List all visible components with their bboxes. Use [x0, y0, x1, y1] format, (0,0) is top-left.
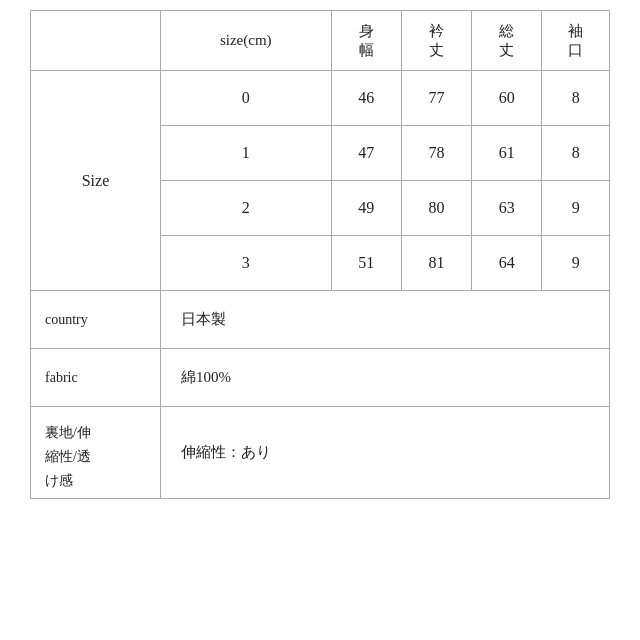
fabric-label: fabric	[31, 349, 161, 407]
lining-label: 裏地/伸縮性/透け感	[31, 407, 161, 499]
row3-col3: 64	[472, 236, 542, 291]
row2-col2: 80	[401, 181, 471, 236]
header-size-cm: size(cm)	[161, 11, 332, 71]
row3-col4: 9	[542, 236, 610, 291]
fabric-row: fabric 綿100%	[31, 349, 610, 407]
lining-value: 伸縮性：あり	[161, 407, 610, 499]
row0-col1: 46	[331, 71, 401, 126]
size-2: 2	[161, 181, 332, 236]
row0-col4: 8	[542, 71, 610, 126]
row3-col2: 81	[401, 236, 471, 291]
header-empty	[31, 11, 161, 71]
fabric-value: 綿100%	[161, 349, 610, 407]
header-col3: 総丈	[472, 11, 542, 71]
row3-col1: 51	[331, 236, 401, 291]
country-label: country	[31, 291, 161, 349]
size-table-wrapper: size(cm) 身幅 衿丈 総丈 袖口 Size 0 46 77 60 8 1…	[30, 10, 610, 499]
size-1: 1	[161, 126, 332, 181]
header-col4: 袖口	[542, 11, 610, 71]
row2-col1: 49	[331, 181, 401, 236]
row1-col1: 47	[331, 126, 401, 181]
table-header-row: size(cm) 身幅 衿丈 総丈 袖口	[31, 11, 610, 71]
country-row: country 日本製	[31, 291, 610, 349]
header-col1: 身幅	[331, 11, 401, 71]
country-value: 日本製	[161, 291, 610, 349]
row1-col4: 8	[542, 126, 610, 181]
row2-col3: 63	[472, 181, 542, 236]
lining-row: 裏地/伸縮性/透け感 伸縮性：あり	[31, 407, 610, 499]
header-col2: 衿丈	[401, 11, 471, 71]
product-table: size(cm) 身幅 衿丈 総丈 袖口 Size 0 46 77 60 8 1…	[30, 10, 610, 499]
table-row: Size 0 46 77 60 8	[31, 71, 610, 126]
row0-col3: 60	[472, 71, 542, 126]
size-label: Size	[31, 71, 161, 291]
size-3: 3	[161, 236, 332, 291]
row2-col4: 9	[542, 181, 610, 236]
row0-col2: 77	[401, 71, 471, 126]
row1-col2: 78	[401, 126, 471, 181]
row1-col3: 61	[472, 126, 542, 181]
size-0: 0	[161, 71, 332, 126]
